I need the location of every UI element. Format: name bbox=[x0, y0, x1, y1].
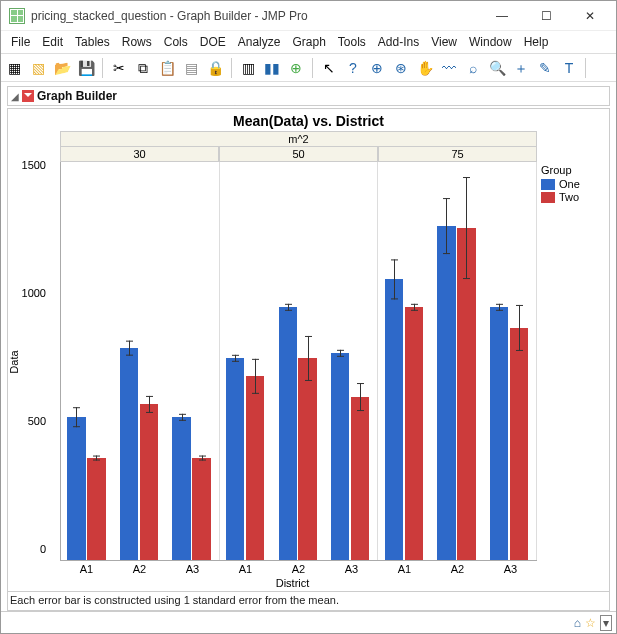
section-title: Graph Builder bbox=[37, 89, 117, 103]
panel-label: 30 bbox=[60, 146, 219, 162]
y-axis-title: Data bbox=[8, 350, 20, 373]
legend-swatch bbox=[541, 192, 555, 203]
maximize-button[interactable]: ☐ bbox=[524, 2, 568, 30]
lock-icon[interactable]: 🔒 bbox=[204, 57, 226, 79]
lasso-tool-icon[interactable]: ⌕ bbox=[462, 57, 484, 79]
close-button[interactable]: ✕ bbox=[568, 2, 612, 30]
error-bar bbox=[446, 198, 447, 254]
bar[interactable] bbox=[437, 226, 455, 560]
x-tick: A1 bbox=[378, 561, 431, 575]
open-icon[interactable]: 📂 bbox=[51, 57, 73, 79]
error-bar bbox=[76, 407, 77, 427]
status-dropdown-icon[interactable]: ▾ bbox=[600, 615, 612, 631]
menu-rows[interactable]: Rows bbox=[116, 33, 158, 51]
fit-icon[interactable]: ▮▮ bbox=[261, 57, 283, 79]
cut-icon[interactable]: ✂ bbox=[108, 57, 130, 79]
error-bar bbox=[202, 455, 203, 460]
legend-label: Two bbox=[559, 191, 579, 203]
legend-item-two[interactable]: Two bbox=[541, 191, 605, 203]
error-bar bbox=[499, 304, 500, 312]
bar[interactable] bbox=[510, 328, 528, 560]
menu-doe[interactable]: DOE bbox=[194, 33, 232, 51]
zoom-tool-icon[interactable]: 🔍 bbox=[486, 57, 508, 79]
plot-area[interactable] bbox=[60, 162, 537, 561]
star-icon[interactable]: ☆ bbox=[585, 616, 596, 630]
y-tick: 500 bbox=[28, 415, 46, 427]
menu-edit[interactable]: Edit bbox=[36, 33, 69, 51]
hotspot-icon[interactable] bbox=[22, 90, 34, 102]
save-icon[interactable]: 💾 bbox=[75, 57, 97, 79]
content-area: ◢ Graph Builder Mean(Data) vs. District … bbox=[1, 82, 616, 611]
journal-icon[interactable]: ▤ bbox=[180, 57, 202, 79]
arrow-tool-icon[interactable]: ↖ bbox=[318, 57, 340, 79]
home-icon[interactable]: ⌂ bbox=[574, 616, 581, 630]
menu-analyze[interactable]: Analyze bbox=[232, 33, 287, 51]
bar[interactable] bbox=[192, 458, 210, 560]
new-icon[interactable]: ▧ bbox=[27, 57, 49, 79]
bar[interactable] bbox=[67, 417, 85, 560]
copy-icon[interactable]: ⧉ bbox=[132, 57, 154, 79]
brush-tool-icon[interactable]: 〰 bbox=[438, 57, 460, 79]
menu-add-ins[interactable]: Add-Ins bbox=[372, 33, 425, 51]
panel-labels: 305075 bbox=[60, 146, 537, 162]
line-tool-icon[interactable]: ✎ bbox=[534, 57, 556, 79]
menu-tables[interactable]: Tables bbox=[69, 33, 116, 51]
bar[interactable] bbox=[246, 376, 264, 560]
x-tick: A2 bbox=[272, 561, 325, 575]
menu-view[interactable]: View bbox=[425, 33, 463, 51]
toolbar: ▦ ▧ 📂 💾 ✂ ⧉ 📋 ▤ 🔒 ▥ ▮▮ ⊕ ↖ ? ⊕ ⊛ ✋ 〰 ⌕ 🔍… bbox=[1, 54, 616, 82]
chart-title: Mean(Data) vs. District bbox=[8, 109, 609, 131]
error-bar bbox=[519, 305, 520, 351]
help-tool-icon[interactable]: ? bbox=[342, 57, 364, 79]
bar[interactable] bbox=[490, 307, 508, 560]
x-tick: A1 bbox=[219, 561, 272, 575]
menu-bar: FileEditTablesRowsColsDOEAnalyzeGraphToo… bbox=[1, 31, 616, 54]
status-bar: ⌂ ☆ ▾ bbox=[1, 611, 616, 633]
error-bar bbox=[96, 455, 97, 460]
datatable-icon[interactable]: ▦ bbox=[3, 57, 25, 79]
panel-variable-name: m^2 bbox=[60, 131, 537, 146]
bar[interactable] bbox=[405, 307, 423, 560]
menu-help[interactable]: Help bbox=[518, 33, 555, 51]
legend-item-one[interactable]: One bbox=[541, 178, 605, 190]
bar[interactable] bbox=[279, 307, 297, 560]
text-tool-icon[interactable]: T bbox=[558, 57, 580, 79]
menu-tools[interactable]: Tools bbox=[332, 33, 372, 51]
error-bar bbox=[394, 259, 395, 300]
bar[interactable] bbox=[172, 417, 190, 560]
bar[interactable] bbox=[87, 458, 105, 560]
bar[interactable] bbox=[351, 397, 369, 560]
error-bar bbox=[182, 413, 183, 421]
scroll-tool-icon[interactable]: ⊛ bbox=[390, 57, 412, 79]
add-tool-icon[interactable]: ＋ bbox=[510, 57, 532, 79]
menu-file[interactable]: File bbox=[5, 33, 36, 51]
y-tick: 1500 bbox=[22, 159, 46, 171]
menu-graph[interactable]: Graph bbox=[286, 33, 331, 51]
paste-icon[interactable]: 📋 bbox=[156, 57, 178, 79]
error-bar bbox=[414, 304, 415, 312]
menu-window[interactable]: Window bbox=[463, 33, 518, 51]
plot-row: Data 050010001500 Group OneTwo bbox=[8, 162, 609, 561]
menu-cols[interactable]: Cols bbox=[158, 33, 194, 51]
bar[interactable] bbox=[331, 353, 349, 560]
bar[interactable] bbox=[120, 348, 138, 560]
panel-variable-header: m^2 bbox=[60, 131, 537, 146]
bar[interactable] bbox=[226, 358, 244, 560]
minimize-button[interactable]: — bbox=[480, 2, 524, 30]
app-icon bbox=[9, 8, 25, 24]
bar[interactable] bbox=[385, 279, 403, 560]
error-bar bbox=[340, 350, 341, 358]
bar[interactable] bbox=[140, 404, 158, 560]
bar[interactable] bbox=[298, 358, 316, 560]
legend-swatch bbox=[541, 179, 555, 190]
crosshair-tool-icon[interactable]: ⊕ bbox=[366, 57, 388, 79]
bar[interactable] bbox=[457, 228, 475, 560]
graph-icon[interactable]: ⊕ bbox=[285, 57, 307, 79]
x-axis-title: District bbox=[48, 575, 537, 589]
distribution-icon[interactable]: ▥ bbox=[237, 57, 259, 79]
x-tick: A1 bbox=[60, 561, 113, 575]
y-tick: 1000 bbox=[22, 287, 46, 299]
window-title: pricing_stacked_question - Graph Builder… bbox=[31, 9, 480, 23]
hand-tool-icon[interactable]: ✋ bbox=[414, 57, 436, 79]
disclosure-triangle-icon[interactable]: ◢ bbox=[11, 91, 19, 102]
